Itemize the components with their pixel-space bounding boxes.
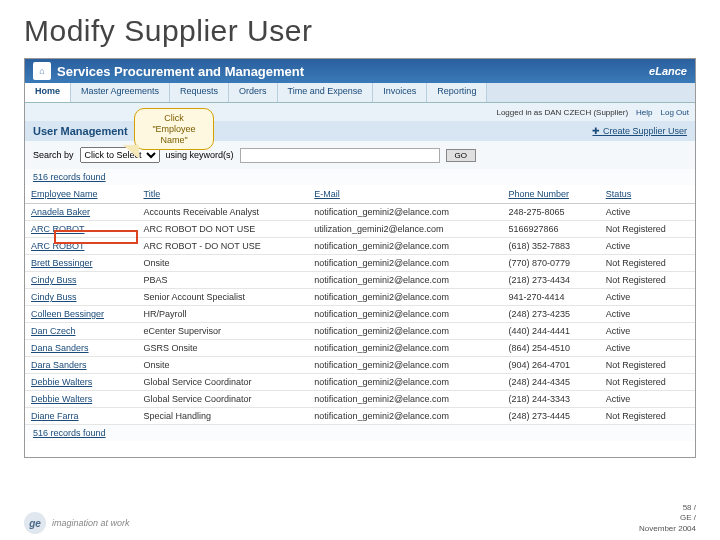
table-row: Colleen BessingerHR/Payrollnotification_… — [25, 306, 695, 323]
footer-org: GE / — [639, 513, 696, 523]
employee-name-link[interactable]: Dana Sanders — [31, 343, 89, 353]
slide-title: Modify Supplier User — [0, 0, 720, 58]
cell-status: Active — [600, 204, 695, 221]
employee-name-link[interactable]: Debbie Walters — [31, 377, 92, 387]
tab-orders[interactable]: Orders — [229, 83, 278, 102]
cell-phone: (904) 264-4701 — [502, 357, 599, 374]
create-supplier-user-link[interactable]: Create Supplier User — [592, 126, 687, 136]
cell-email: notification_gemini2@elance.com — [308, 255, 502, 272]
table-row: Dara SandersOnsitenotification_gemini2@e… — [25, 357, 695, 374]
tab-invoices[interactable]: Invoices — [373, 83, 427, 102]
nav-tabs: Home Master Agreements Requests Orders T… — [25, 83, 695, 103]
login-bar: Logged in as DAN CZECH (Supplier) Help L… — [25, 103, 695, 121]
go-button[interactable]: GO — [446, 149, 476, 162]
cell-status: Not Registered — [600, 374, 695, 391]
cell-phone: (248) 273-4235 — [502, 306, 599, 323]
cell-email: notification_gemini2@elance.com — [308, 374, 502, 391]
cell-title: Global Service Coordinator — [137, 374, 308, 391]
col-phone[interactable]: Phone Number — [502, 185, 599, 204]
employee-name-link[interactable]: Cindy Buss — [31, 292, 77, 302]
cell-status: Not Registered — [600, 357, 695, 374]
employee-name-link[interactable]: Dan Czech — [31, 326, 76, 336]
cell-phone: (248) 244-4345 — [502, 374, 599, 391]
app-header: ⌂ Services Procurement and Management eL… — [25, 59, 695, 83]
help-link[interactable]: Help — [636, 108, 652, 117]
cell-email: notification_gemini2@elance.com — [308, 272, 502, 289]
app-logo-icon: ⌂ — [33, 62, 51, 80]
cell-email: notification_gemini2@elance.com — [308, 238, 502, 255]
records-link-bottom[interactable]: 516 records found — [33, 428, 106, 438]
cell-status: Not Registered — [600, 255, 695, 272]
cell-email: notification_gemini2@elance.com — [308, 391, 502, 408]
table-row: Cindy BussPBASnotification_gemini2@elanc… — [25, 272, 695, 289]
login-status: Logged in as DAN CZECH (Supplier) — [496, 108, 628, 117]
cell-status: Active — [600, 238, 695, 255]
employee-name-link[interactable]: Diane Farra — [31, 411, 79, 421]
ge-logo-icon: ge — [24, 512, 46, 534]
table-row: Anadela BakerAccounts Receivable Analyst… — [25, 204, 695, 221]
cell-status: Active — [600, 289, 695, 306]
cell-email: notification_gemini2@elance.com — [308, 289, 502, 306]
records-link[interactable]: 516 records found — [33, 172, 106, 182]
table-row: Cindy BussSenior Account Specialistnotif… — [25, 289, 695, 306]
cell-phone: (440) 244-4441 — [502, 323, 599, 340]
employee-name-link[interactable]: Debbie Walters — [31, 394, 92, 404]
employee-name-link[interactable]: Dara Sanders — [31, 360, 87, 370]
cell-title: Accounts Receivable Analyst — [137, 204, 308, 221]
cell-email: notification_gemini2@elance.com — [308, 340, 502, 357]
employee-name-link[interactable]: Anadela Baker — [31, 207, 90, 217]
brand-label: eLance — [649, 65, 687, 77]
cell-status: Active — [600, 306, 695, 323]
tab-time-expense[interactable]: Time and Expense — [278, 83, 374, 102]
cell-phone: 5166927866 — [502, 221, 599, 238]
slide-footer: ge imagination at work 58 / GE / Novembe… — [24, 503, 696, 534]
app-frame: ⌂ Services Procurement and Management eL… — [24, 58, 696, 458]
search-input[interactable] — [240, 148, 440, 163]
cell-status: Not Registered — [600, 408, 695, 425]
cell-email: notification_gemini2@elance.com — [308, 408, 502, 425]
page-title-bar: User Management Create Supplier User — [25, 121, 695, 141]
cell-status: Not Registered — [600, 272, 695, 289]
table-row: Dan CzecheCenter Supervisornotification_… — [25, 323, 695, 340]
cell-phone: (248) 273-4445 — [502, 408, 599, 425]
cell-phone: (218) 273-4434 — [502, 272, 599, 289]
cell-title: Global Service Coordinator — [137, 391, 308, 408]
col-status[interactable]: Status — [600, 185, 695, 204]
cell-phone: (864) 254-4510 — [502, 340, 599, 357]
tab-home[interactable]: Home — [25, 83, 71, 102]
table-row: Dana SandersGSRS Onsitenotification_gemi… — [25, 340, 695, 357]
cell-title: GSRS Onsite — [137, 340, 308, 357]
cell-title: PBAS — [137, 272, 308, 289]
cell-email: notification_gemini2@elance.com — [308, 357, 502, 374]
cell-status: Active — [600, 340, 695, 357]
col-title[interactable]: Title — [137, 185, 308, 204]
ge-logo: ge imagination at work — [24, 512, 130, 534]
logout-link[interactable]: Log Out — [661, 108, 689, 117]
records-count-bottom: 516 records found — [25, 425, 695, 441]
cell-title: HR/Payroll — [137, 306, 308, 323]
cell-title: Special Handling — [137, 408, 308, 425]
employee-name-link[interactable]: ARC ROBOT — [31, 241, 85, 251]
tab-requests[interactable]: Requests — [170, 83, 229, 102]
table-row: ARC ROBOTARC ROBOT - DO NOT USEnotificat… — [25, 238, 695, 255]
employee-name-link[interactable]: ARC ROBOT — [31, 224, 85, 234]
col-email[interactable]: E-Mail — [308, 185, 502, 204]
cell-phone: 941-270-4414 — [502, 289, 599, 306]
tab-master-agreements[interactable]: Master Agreements — [71, 83, 170, 102]
cell-email: utilization_gemini2@elance.com — [308, 221, 502, 238]
tab-reporting[interactable]: Reporting — [427, 83, 487, 102]
employee-name-link[interactable]: Brett Bessinger — [31, 258, 93, 268]
cell-phone: (618) 352-7883 — [502, 238, 599, 255]
footer-meta: 58 / GE / November 2004 — [639, 503, 696, 534]
employee-name-link[interactable]: Cindy Buss — [31, 275, 77, 285]
table-row: Diane FarraSpecial Handlingnotification_… — [25, 408, 695, 425]
employee-name-link[interactable]: Colleen Bessinger — [31, 309, 104, 319]
col-employee-name[interactable]: Employee Name — [25, 185, 137, 204]
cell-email: notification_gemini2@elance.com — [308, 306, 502, 323]
cell-title: Onsite — [137, 357, 308, 374]
table-row: Debbie WaltersGlobal Service Coordinator… — [25, 374, 695, 391]
records-count-top: 516 records found — [25, 169, 695, 185]
search-label: Search by — [33, 150, 74, 160]
keywords-label: using keyword(s) — [166, 150, 234, 160]
app-title: Services Procurement and Management — [57, 64, 304, 79]
